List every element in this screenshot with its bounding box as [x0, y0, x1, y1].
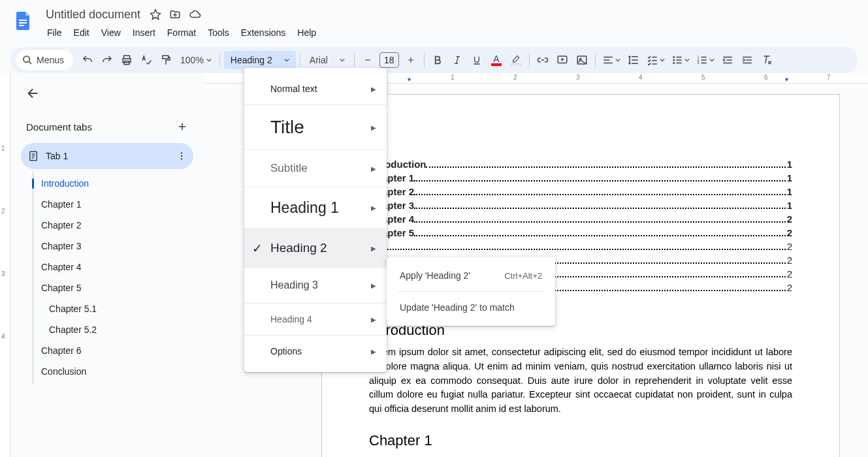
- print-button[interactable]: [118, 51, 136, 69]
- apply-heading-2[interactable]: Apply 'Heading 2' Ctrl+Alt+2: [387, 262, 555, 289]
- tab-item[interactable]: Tab 1: [21, 143, 193, 169]
- spellcheck-button[interactable]: [137, 51, 155, 69]
- style-option-h1[interactable]: Heading 1▶: [244, 187, 387, 229]
- clear-formatting-button[interactable]: [758, 51, 776, 69]
- toc-dots: [414, 194, 785, 195]
- document-title[interactable]: Untitled document: [42, 7, 144, 23]
- svg-point-19: [181, 155, 182, 157]
- outline-item[interactable]: Chapter 4: [33, 257, 193, 277]
- insert-link-button[interactable]: [534, 51, 552, 69]
- outline-item[interactable]: Chapter 5: [33, 277, 193, 298]
- apply-label: Apply 'Heading 2': [400, 270, 470, 281]
- svg-point-12: [673, 59, 675, 61]
- toc-page: 2: [787, 226, 792, 240]
- separator: [397, 291, 545, 292]
- font-size-input[interactable]: [379, 52, 399, 68]
- add-comment-button[interactable]: [553, 51, 571, 69]
- redo-button[interactable]: [98, 51, 116, 69]
- heading-chapter-1[interactable]: Chapter 1: [369, 432, 792, 449]
- toc-page: 2: [787, 212, 792, 226]
- paint-format-button[interactable]: [157, 51, 175, 69]
- style-option-h4[interactable]: Heading 4▶: [244, 304, 387, 336]
- toc-row[interactable]: Chapter 11: [369, 171, 792, 185]
- toc-row[interactable]: 2: [369, 240, 792, 253]
- checklist-button[interactable]: [644, 51, 667, 69]
- zoom-selector[interactable]: 100%: [176, 51, 216, 69]
- update-heading-2[interactable]: Update 'Heading 2' to match: [387, 294, 555, 321]
- star-icon[interactable]: [150, 8, 161, 20]
- toc-row[interactable]: Chapter 21: [369, 185, 792, 198]
- menu-help[interactable]: Help: [292, 25, 321, 40]
- ruler-tick: 3: [1, 270, 5, 277]
- svg-point-20: [181, 158, 182, 159]
- docs-logo-icon[interactable]: [10, 8, 37, 34]
- move-icon[interactable]: [169, 8, 181, 20]
- paragraph-style-selector[interactable]: Heading 2: [224, 51, 296, 69]
- indent-marker-left[interactable]: ▾: [408, 76, 411, 83]
- svg-rect-0: [19, 20, 27, 21]
- ruler-tick: 2: [1, 208, 5, 215]
- italic-button[interactable]: [448, 51, 466, 69]
- bulleted-list-button[interactable]: [669, 51, 692, 69]
- separator: [424, 54, 425, 67]
- underline-button[interactable]: [468, 51, 486, 69]
- font-selector[interactable]: Arial: [304, 51, 350, 69]
- submenu-arrow-icon: ▶: [371, 245, 376, 252]
- toc-page: 1: [787, 198, 792, 212]
- style-option-subtitle[interactable]: Subtitle▶: [244, 150, 387, 187]
- bold-button[interactable]: [428, 51, 447, 69]
- outline-item[interactable]: Chapter 5.1: [33, 298, 193, 319]
- decrease-font-size[interactable]: [359, 51, 377, 69]
- outline-item[interactable]: Conclusion: [33, 361, 193, 382]
- toc-dots: [426, 166, 785, 168]
- style-option-title[interactable]: Title▶: [244, 105, 387, 150]
- menu-edit[interactable]: Edit: [69, 25, 95, 40]
- menu-format[interactable]: Format: [162, 25, 201, 40]
- outline-item[interactable]: Chapter 6: [33, 340, 193, 361]
- toc-row[interactable]: Chapter 52: [369, 226, 792, 240]
- highlight-color-button[interactable]: [507, 51, 525, 69]
- line-spacing-button[interactable]: [624, 51, 643, 69]
- increase-font-size[interactable]: [402, 51, 420, 69]
- update-label: Update 'Heading 2' to match: [400, 302, 515, 313]
- outline-item[interactable]: Chapter 3: [33, 236, 193, 257]
- decrease-indent-button[interactable]: [718, 51, 737, 69]
- style-label: Heading 2: [270, 241, 327, 255]
- toc-page: 2: [787, 253, 792, 267]
- insert-image-button[interactable]: [573, 51, 591, 69]
- toc-row[interactable]: Chapter 42: [369, 212, 792, 226]
- outline-item[interactable]: Chapter 2: [33, 215, 193, 236]
- search-menus[interactable]: Menus: [16, 50, 73, 70]
- check-icon: ✓: [252, 241, 263, 256]
- submenu-arrow-icon: ▶: [371, 86, 376, 93]
- style-label: Title: [270, 117, 304, 138]
- outline-item[interactable]: Chapter 5.2: [33, 319, 193, 340]
- style-option-h3[interactable]: Heading 3▶: [244, 268, 387, 304]
- numbered-list-button[interactable]: 123: [694, 51, 717, 69]
- text-color-button[interactable]: A: [487, 51, 506, 69]
- undo-button[interactable]: [78, 51, 97, 69]
- toc-row[interactable]: Chapter 31: [369, 198, 792, 212]
- toc-row[interactable]: Introduction1: [369, 157, 792, 171]
- tab-more-button[interactable]: [176, 151, 187, 161]
- style-option-h2[interactable]: ✓Heading 2▶: [244, 229, 387, 268]
- cloud-status-icon[interactable]: [189, 8, 202, 20]
- style-option-options[interactable]: Options▶: [244, 336, 387, 367]
- outline-item[interactable]: Chapter 1: [33, 194, 193, 215]
- style-option-normal[interactable]: Normal text▶: [244, 73, 387, 105]
- add-tab-button[interactable]: [176, 121, 188, 133]
- align-button[interactable]: [600, 51, 623, 69]
- paragraph[interactable]: Lorem ipsum dolor sit amet, consectetur …: [369, 345, 792, 417]
- back-arrow-button[interactable]: [24, 84, 43, 103]
- apply-shortcut: Ctrl+Alt+2: [504, 271, 542, 281]
- menu-file[interactable]: File: [42, 25, 67, 40]
- menu-insert[interactable]: Insert: [127, 25, 161, 40]
- menu-view[interactable]: View: [96, 25, 126, 40]
- menu-tools[interactable]: Tools: [202, 25, 234, 40]
- indent-marker-right[interactable]: ▾: [785, 76, 788, 83]
- toc-page: 2: [787, 240, 792, 253]
- toc-page: 1: [787, 157, 792, 171]
- increase-indent-button[interactable]: [738, 51, 756, 69]
- outline-item[interactable]: Introduction: [33, 173, 193, 194]
- menu-extensions[interactable]: Extensions: [236, 25, 291, 40]
